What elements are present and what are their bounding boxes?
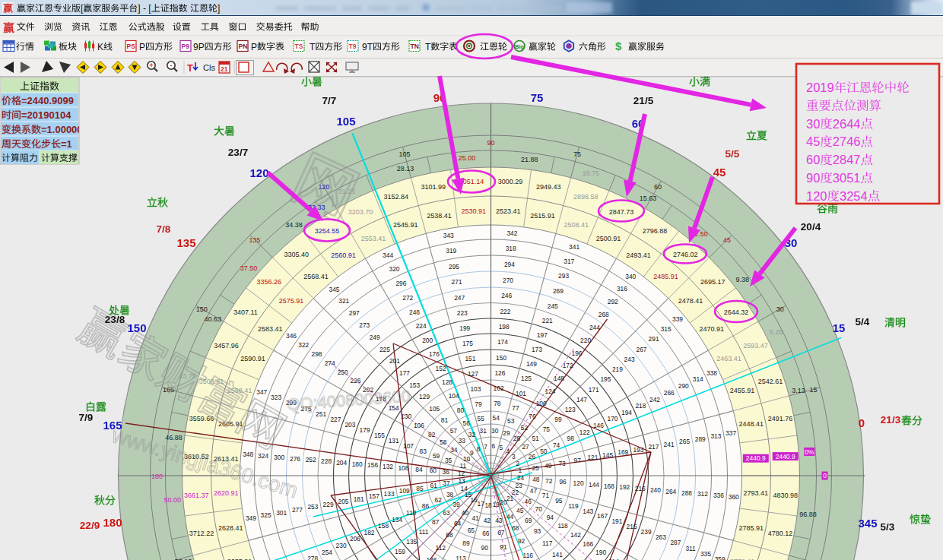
- svg-text:103: 103: [470, 385, 481, 393]
- svg-text:27: 27: [522, 443, 529, 451]
- svg-text:116: 116: [523, 552, 534, 559]
- svg-text:151: 151: [465, 355, 475, 362]
- svg-text:43: 43: [495, 517, 503, 524]
- svg-text:311: 311: [685, 545, 696, 552]
- svg-text:136: 136: [427, 556, 437, 560]
- svg-text:268: 268: [599, 311, 609, 318]
- svg-text:295: 295: [449, 263, 459, 271]
- svg-text:117: 117: [542, 539, 553, 547]
- svg-text:18.75: 18.75: [582, 169, 599, 177]
- svg-text:2949.43: 2949.43: [536, 183, 561, 191]
- svg-text:2847.73: 2847.73: [609, 208, 634, 216]
- svg-text:120: 120: [249, 166, 268, 179]
- svg-text:120: 120: [806, 189, 827, 203]
- svg-text:206: 206: [350, 535, 360, 543]
- svg-text:32: 32: [468, 431, 476, 438]
- svg-text:158: 158: [378, 522, 389, 530]
- svg-text:1: 1: [519, 467, 522, 474]
- svg-text:342: 342: [506, 229, 517, 237]
- svg-text:5: 5: [499, 444, 503, 451]
- svg-text:71: 71: [542, 492, 550, 499]
- svg-text:272: 272: [402, 294, 413, 302]
- svg-text:11: 11: [460, 462, 467, 470]
- svg-text:3203.70: 3203.70: [348, 208, 373, 216]
- svg-text:2515.91: 2515.91: [530, 212, 555, 220]
- svg-text:176: 176: [429, 350, 440, 358]
- svg-text:203: 203: [344, 421, 355, 429]
- svg-text:2590.91: 2590.91: [240, 355, 265, 362]
- svg-text:15.63: 15.63: [640, 195, 657, 202]
- svg-text:53: 53: [507, 417, 515, 425]
- svg-text:7/8: 7/8: [157, 223, 171, 235]
- svg-text:122: 122: [579, 429, 590, 436]
- svg-text:PN: PN: [239, 43, 248, 50]
- svg-text:23/7: 23/7: [228, 147, 248, 158]
- svg-text:246: 246: [501, 292, 512, 299]
- svg-text:230: 230: [336, 542, 347, 549]
- svg-text:340: 340: [625, 273, 636, 280]
- svg-text:36: 36: [443, 468, 450, 476]
- svg-text:48: 48: [532, 476, 540, 483]
- svg-text:179: 179: [360, 426, 370, 434]
- svg-text:3.13: 3.13: [792, 387, 805, 394]
- svg-text:109: 109: [399, 487, 410, 495]
- svg-text:150: 150: [127, 321, 146, 334]
- svg-text:219: 219: [612, 365, 623, 373]
- svg-text:3254.55: 3254.55: [315, 227, 340, 235]
- svg-text:=1: =1: [61, 138, 72, 150]
- svg-text:157: 157: [369, 492, 379, 500]
- svg-text:59: 59: [433, 452, 440, 460]
- svg-text:TN: TN: [411, 43, 419, 50]
- svg-text:47: 47: [530, 487, 538, 495]
- svg-text:8: 8: [477, 445, 481, 453]
- svg-text:46: 46: [525, 498, 532, 505]
- svg-text:56: 56: [463, 419, 471, 427]
- svg-text:321: 321: [338, 297, 349, 305]
- svg-text:169: 169: [618, 448, 628, 456]
- svg-text:217: 217: [648, 443, 659, 451]
- svg-text:293: 293: [558, 272, 569, 280]
- svg-text:190: 190: [595, 549, 606, 556]
- svg-text:80: 80: [457, 407, 465, 414]
- svg-text:21/5: 21/5: [633, 95, 654, 106]
- svg-text:62: 62: [435, 496, 443, 504]
- svg-text:28.13: 28.13: [397, 165, 414, 172]
- svg-text:61: 61: [430, 482, 438, 489]
- svg-text:227: 227: [330, 416, 341, 423]
- svg-text:102: 102: [494, 384, 504, 392]
- svg-text:126: 126: [494, 369, 505, 377]
- svg-text:267: 267: [637, 346, 647, 353]
- svg-text:98: 98: [567, 435, 575, 442]
- svg-text:25: 25: [532, 464, 539, 472]
- svg-text:225: 225: [379, 346, 390, 353]
- svg-text:92: 92: [518, 537, 525, 545]
- svg-text:T: T: [425, 42, 431, 52]
- svg-text:250: 250: [338, 369, 348, 376]
- svg-text:153: 153: [409, 381, 420, 389]
- svg-text:97: 97: [574, 457, 582, 464]
- svg-text:341: 341: [569, 243, 579, 251]
- svg-text:349: 349: [246, 514, 256, 522]
- svg-text:0: 0: [859, 416, 865, 429]
- svg-text:2593.47: 2593.47: [743, 342, 768, 350]
- svg-text:301: 301: [276, 509, 287, 517]
- svg-text:20/4: 20/4: [801, 221, 821, 233]
- svg-text:322: 322: [298, 341, 309, 349]
- svg-text:45: 45: [516, 507, 524, 514]
- svg-text:]: ]: [217, 3, 220, 14]
- svg-text:106: 106: [414, 422, 424, 429]
- svg-text:34.38: 34.38: [285, 221, 303, 229]
- svg-text:39: 39: [452, 501, 460, 508]
- svg-text:296: 296: [395, 280, 406, 287]
- svg-text:291: 291: [649, 335, 659, 343]
- svg-text:337: 337: [726, 429, 736, 437]
- svg-text:147: 147: [576, 396, 587, 403]
- svg-text:239: 239: [641, 528, 652, 536]
- svg-text:=1.00000: =1.00000: [41, 124, 83, 135]
- svg-text:T: T: [187, 62, 193, 74]
- svg-text:50.00: 50.00: [164, 496, 181, 504]
- svg-text:90: 90: [487, 139, 494, 147]
- svg-text:6: 6: [492, 442, 496, 450]
- svg-text:60: 60: [430, 467, 437, 474]
- svg-text:173: 173: [532, 346, 542, 353]
